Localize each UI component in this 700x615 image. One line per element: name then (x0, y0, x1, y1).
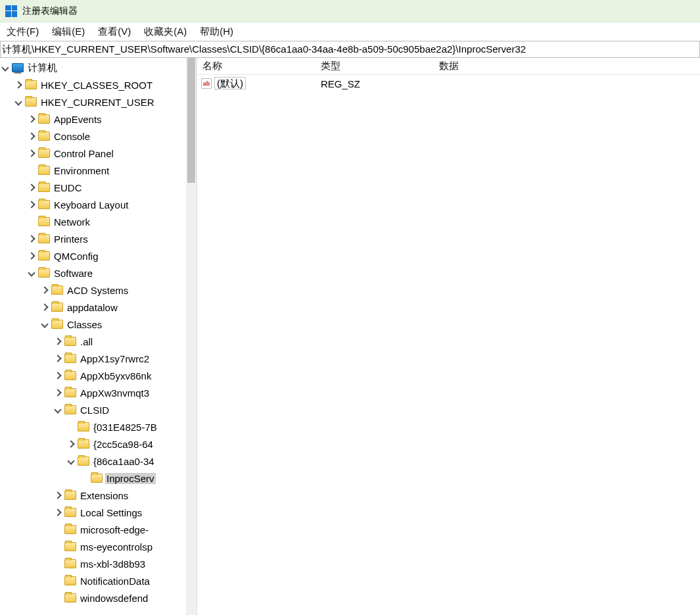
chevron-down-icon[interactable] (0, 62, 11, 73)
tree-view[interactable]: 计算机HKEY_CLASSES_ROOTHKEY_CURRENT_USERApp… (0, 58, 186, 615)
chevron-right-icon[interactable] (39, 285, 50, 295)
chevron-down-icon[interactable] (26, 268, 37, 278)
tree-item[interactable]: {86ca1aa0-34 (0, 453, 186, 470)
folder-icon (38, 234, 50, 243)
tree-item[interactable]: ms-xbl-3d8b93 (0, 555, 186, 572)
tree-item[interactable]: {031E4825-7B (0, 418, 186, 435)
tree-item[interactable]: .all (0, 333, 186, 350)
tree-item-label: Network (53, 216, 91, 228)
tree-item[interactable]: Keyboard Layout (0, 196, 186, 213)
tree-item[interactable]: Console (0, 128, 186, 145)
chevron-down-icon[interactable] (53, 405, 63, 415)
tree-item[interactable]: ms-eyecontrolsp (0, 538, 186, 555)
tree-item[interactable]: Local Settings (0, 504, 186, 521)
tree-item[interactable]: Classes (0, 316, 186, 333)
chevron-right-icon[interactable] (26, 114, 37, 124)
folder-icon (64, 525, 76, 534)
tree-item[interactable]: AppEvents (0, 111, 186, 128)
tree-item-label: EUDC (53, 182, 83, 193)
column-type[interactable]: 类型 (315, 58, 434, 74)
value-name: (默认) (214, 77, 246, 89)
tree-item[interactable]: AppX1sy7rwrc2 (0, 350, 186, 367)
tree-item[interactable]: Extensions (0, 487, 186, 504)
tree-item[interactable]: ACD Systems (0, 282, 186, 299)
tree-item-label: AppX1sy7rwrc2 (79, 353, 151, 364)
folder-icon (38, 217, 50, 226)
tree-item-label: ms-eyecontrolsp (79, 541, 154, 553)
chevron-right-icon[interactable] (26, 148, 37, 159)
tree-scroll-thumb[interactable] (187, 58, 195, 183)
chevron-right-icon[interactable] (26, 131, 37, 141)
tree-item[interactable]: HKEY_CURRENT_USER (0, 93, 186, 111)
chevron-down-icon[interactable] (13, 97, 24, 107)
menu-file[interactable]: 文件(F) (7, 26, 39, 38)
folder-icon (64, 593, 76, 603)
menu-view[interactable]: 查看(V) (98, 26, 131, 38)
chevron-right-icon[interactable] (53, 370, 63, 381)
tree-item-label: Software (53, 268, 94, 279)
chevron-down-icon[interactable] (39, 319, 50, 330)
address-bar[interactable]: 计算机\HKEY_CURRENT_USER\Software\Classes\C… (0, 41, 700, 58)
title-bar: 注册表编辑器 (0, 0, 700, 22)
chevron-right-icon[interactable] (53, 353, 63, 364)
tree-item-label: .all (79, 336, 94, 347)
chevron-right-icon[interactable] (26, 182, 37, 193)
folder-icon (38, 183, 50, 192)
chevron-right-icon[interactable] (26, 234, 37, 244)
value-row[interactable]: (默认)REG_SZ (197, 75, 700, 92)
chevron-right-icon[interactable] (26, 199, 37, 210)
string-value-icon (201, 78, 212, 89)
column-name[interactable]: 名称 (197, 58, 315, 74)
tree-item-label: windowsdefend (79, 593, 149, 604)
tree-item[interactable]: microsoft-edge- (0, 521, 186, 538)
tree-item[interactable]: Software (0, 264, 186, 282)
tree-item[interactable]: 计算机 (0, 59, 186, 76)
expander-none (26, 165, 37, 176)
chevron-right-icon[interactable] (53, 336, 63, 347)
folder-icon (64, 337, 76, 346)
folder-icon (64, 491, 76, 500)
tree-item[interactable]: HKEY_CLASSES_ROOT (0, 76, 186, 93)
tree-item[interactable]: Printers (0, 230, 186, 247)
chevron-right-icon[interactable] (26, 251, 37, 261)
folder-icon (78, 456, 89, 466)
tree-item-label: ACD Systems (66, 285, 129, 296)
columns-header: 名称 类型 数据 (197, 58, 700, 75)
chevron-right-icon[interactable] (53, 490, 63, 501)
tree-item[interactable]: QMConfig (0, 247, 186, 264)
tree-item[interactable]: EUDC (0, 179, 186, 196)
tree-item[interactable]: Control Panel (0, 145, 186, 162)
chevron-right-icon[interactable] (66, 439, 76, 449)
tree-item[interactable]: windowsdefend (0, 589, 186, 606)
chevron-right-icon[interactable] (53, 507, 63, 518)
folder-icon (38, 268, 50, 278)
menu-favorites[interactable]: 收藏夹(A) (144, 26, 187, 38)
chevron-right-icon[interactable] (39, 302, 50, 312)
folder-icon (78, 422, 89, 431)
tree-item[interactable]: {2cc5ca98-64 (0, 435, 186, 453)
tree-item-label: Extensions (79, 490, 129, 501)
tree-item[interactable]: NotificationData (0, 572, 186, 589)
tree-item[interactable]: AppXw3nvmqt3 (0, 384, 186, 401)
folder-icon (38, 200, 50, 209)
tree-item[interactable]: CLSID (0, 401, 186, 418)
values-body[interactable]: (默认)REG_SZ (197, 75, 700, 615)
folder-icon (38, 166, 50, 175)
tree-item-label: NotificationData (79, 576, 151, 587)
chevron-right-icon[interactable] (13, 80, 24, 90)
tree-item[interactable]: appdatalow (0, 299, 186, 316)
menu-bar: 文件(F) 编辑(E) 查看(V) 收藏夹(A) 帮助(H) (0, 22, 700, 41)
chevron-down-icon[interactable] (66, 456, 76, 466)
chevron-right-icon[interactable] (53, 387, 63, 398)
tree-item[interactable]: Network (0, 213, 186, 230)
tree-item[interactable]: AppXb5yxv86nk (0, 367, 186, 384)
column-data[interactable]: 数据 (434, 58, 700, 74)
expander-none (26, 216, 37, 227)
menu-edit[interactable]: 编辑(E) (52, 26, 85, 38)
tree-item[interactable]: InprocServ (0, 470, 186, 487)
menu-help[interactable]: 帮助(H) (200, 26, 233, 38)
computer-icon (12, 63, 24, 72)
tree-item[interactable]: Environment (0, 162, 186, 179)
tree-item-label: HKEY_CLASSES_ROOT (39, 80, 154, 91)
tree-scrollbar[interactable] (186, 58, 197, 615)
